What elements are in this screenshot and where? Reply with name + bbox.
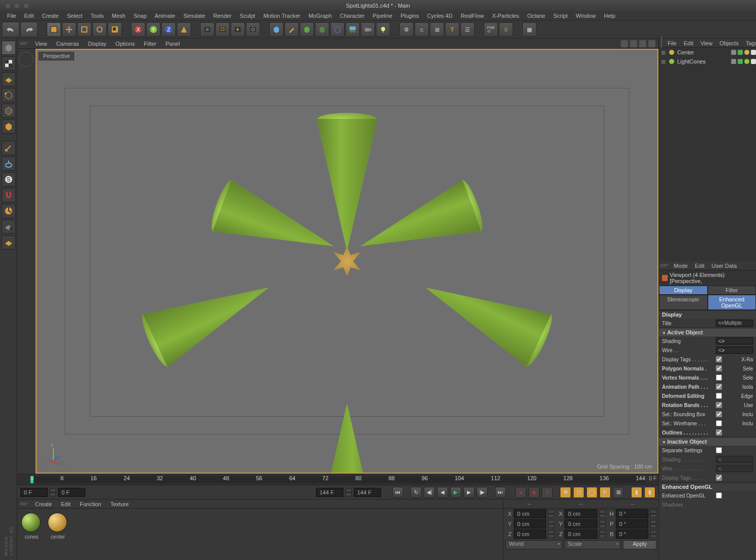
last-tool[interactable] <box>108 22 122 37</box>
viewport-3d[interactable]: Perspective y x z <box>36 49 658 474</box>
step-back-button[interactable]: ◀ <box>437 487 448 498</box>
snap-toggle[interactable]: S <box>2 172 16 186</box>
tree-node-center[interactable]: ⊞Center <box>659 48 756 57</box>
keyoptions-button[interactable]: ? <box>542 487 553 498</box>
menu-mograph[interactable]: MoGraph <box>304 12 336 20</box>
deformer-primitive[interactable] <box>330 22 344 37</box>
polygon-mode[interactable] <box>2 119 16 134</box>
menu-sculpt[interactable]: Sculpt <box>236 12 260 20</box>
menu-simulate[interactable]: Simulate <box>179 12 209 20</box>
coord-P-rot[interactable]: 0 ° <box>616 519 648 528</box>
render-view[interactable] <box>200 22 214 37</box>
scale-tool[interactable] <box>77 22 91 37</box>
model-mode[interactable] <box>2 41 16 55</box>
coord-B-rot[interactable]: 0 ° <box>616 530 648 539</box>
menu-plugins[interactable]: Plugins <box>396 12 423 20</box>
step-fwd-button[interactable]: ▶ <box>463 487 475 498</box>
attr-check[interactable] <box>716 384 722 390</box>
vp-nav1-icon[interactable] <box>621 40 628 47</box>
attr-check[interactable] <box>716 393 722 399</box>
content-browser[interactable]: ▦ <box>522 22 537 37</box>
attr-tab-display[interactable]: Display <box>659 286 708 295</box>
key-pos-icon[interactable]: ✥ <box>560 487 571 498</box>
menu-render[interactable]: Render <box>209 12 236 20</box>
coord-sizemode-select[interactable]: Scale <box>564 540 621 549</box>
material-cones[interactable]: cones <box>21 513 42 556</box>
title-field[interactable]: <<Multiple Values>> <box>716 320 753 327</box>
menu-pipeline[interactable]: Pipeline <box>368 12 396 20</box>
key-param-icon[interactable]: P <box>600 487 611 498</box>
point-mode[interactable] <box>2 88 16 102</box>
cube-primitive[interactable] <box>269 22 284 37</box>
pos-frame-field[interactable]: 144 F <box>316 488 343 497</box>
attr-tab-filter[interactable]: Filter <box>708 286 757 295</box>
obj-file[interactable]: File <box>664 40 680 46</box>
next-key-button[interactable]: |▶ <box>477 487 488 498</box>
key-rot-icon[interactable]: ◯ <box>586 487 597 498</box>
attr-check[interactable] <box>716 420 722 426</box>
coord-Y-pos[interactable]: 0 cm <box>514 519 546 528</box>
generator-primitive[interactable] <box>315 22 329 37</box>
texture-mode[interactable] <box>2 56 16 71</box>
object-tree[interactable]: ⊞Center⊞LightCones <box>659 48 756 261</box>
coord-X-size[interactable]: 0 cm <box>564 509 597 518</box>
menu-octane[interactable]: Octane <box>523 12 549 20</box>
vp-options[interactable]: Options <box>111 40 139 48</box>
menu-cycles-4d[interactable]: Cycles 4D <box>423 12 457 20</box>
attr-mode[interactable]: Mode <box>670 263 691 269</box>
render-settings[interactable] <box>246 22 260 37</box>
grip-icon[interactable] <box>20 42 27 45</box>
grip-icon[interactable] <box>661 264 668 267</box>
reset-zero[interactable]: 0 <box>499 22 513 37</box>
goto-start-button[interactable]: ⏮ <box>392 487 403 498</box>
arrange-icon[interactable]: ⎌ <box>415 22 429 37</box>
attr-userdata[interactable]: User Data <box>708 263 741 269</box>
vp-nav2-icon[interactable] <box>630 40 637 47</box>
light-primitive[interactable] <box>376 22 390 37</box>
attr-edit[interactable]: Edit <box>691 263 708 269</box>
menu-script[interactable]: Script <box>549 12 572 20</box>
menu-mesh[interactable]: Mesh <box>108 12 130 20</box>
prev-key-button[interactable]: ◀| <box>424 487 435 498</box>
grip-icon[interactable] <box>20 503 27 505</box>
mat-create[interactable]: Create <box>30 500 56 508</box>
playhead[interactable] <box>30 476 34 483</box>
axis-tool[interactable] <box>2 141 16 155</box>
current-frame-field[interactable]: 0 F <box>58 488 85 497</box>
start-frame-field[interactable]: 0 F <box>20 488 48 497</box>
coord-H-rot[interactable]: 0 ° <box>616 509 648 518</box>
vp-nav4-icon[interactable] <box>648 40 655 47</box>
obj-view[interactable]: View <box>697 40 716 46</box>
vp-cameras[interactable]: Cameras <box>52 40 84 48</box>
redo-button[interactable] <box>20 22 38 37</box>
attr-check[interactable] <box>716 365 722 371</box>
nurbs-primitive[interactable] <box>300 22 314 37</box>
environment[interactable] <box>345 22 360 37</box>
nav-sphere-icon[interactable] <box>18 52 34 67</box>
undo-button[interactable] <box>2 22 19 37</box>
menu-motion-tracker[interactable]: Motion Tracker <box>259 12 304 20</box>
menu-select[interactable]: Select <box>63 12 87 20</box>
naming-icon[interactable]: ⊞ <box>430 22 444 37</box>
menu-tools[interactable]: Tools <box>86 12 108 20</box>
menu-snap[interactable]: Snap <box>130 12 151 20</box>
attr-check[interactable] <box>716 429 722 435</box>
spinner[interactable] <box>345 488 352 496</box>
material-center[interactable]: center <box>48 513 68 556</box>
attr-check[interactable] <box>716 375 722 381</box>
attr-tab-stereoscopic[interactable]: Stereoscopic <box>659 295 708 310</box>
z-axis-lock[interactable]: Z <box>162 22 176 37</box>
loop-button[interactable]: ↻ <box>411 487 422 498</box>
section-active[interactable]: ▼ Active Object <box>659 328 756 336</box>
coord-Z-size[interactable]: 0 cm <box>564 530 597 539</box>
autokey-button[interactable]: ◉ <box>528 487 540 498</box>
vp-display[interactable]: Display <box>83 40 111 48</box>
coord-space-select[interactable]: World <box>506 540 562 549</box>
tree-node-lightcones[interactable]: ⊞LightCones <box>659 57 756 66</box>
vp-panel[interactable]: Panel <box>161 40 184 48</box>
vp-nav3-icon[interactable] <box>639 40 646 47</box>
edge-mode[interactable] <box>2 104 16 118</box>
obj-objects[interactable]: Objects <box>716 40 742 46</box>
keymode1-icon[interactable]: ▮ <box>631 487 642 498</box>
rotate-tool[interactable] <box>92 22 107 37</box>
